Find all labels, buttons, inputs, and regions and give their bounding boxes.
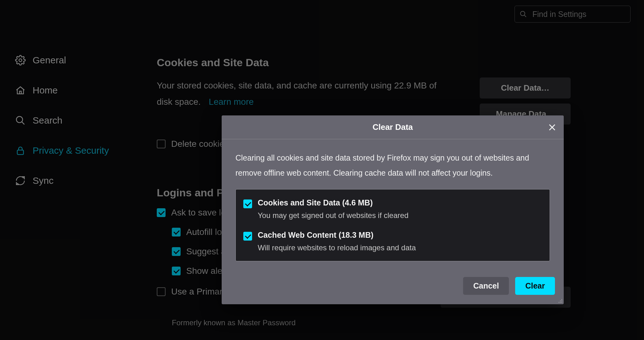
clear-button[interactable]: Clear: [515, 277, 555, 295]
clear-data-dialog: Clear Data Clearing all cookies and site…: [222, 115, 564, 304]
close-icon[interactable]: [547, 123, 557, 132]
cancel-button[interactable]: Cancel: [463, 277, 509, 295]
cookies-option-checkbox[interactable]: [243, 199, 252, 208]
dialog-option-cache: Cached Web Content (18.3 MB) Will requir…: [243, 231, 542, 252]
cache-option-checkbox[interactable]: [243, 232, 252, 241]
dialog-option-text: Cookies and Site Data (4.6 MB) You may g…: [258, 198, 409, 220]
dialog-option-cookies: Cookies and Site Data (4.6 MB) You may g…: [243, 198, 542, 220]
dialog-title: Clear Data: [372, 122, 413, 132]
dialog-header: Clear Data: [222, 115, 564, 139]
dialog-description: Clearing all cookies and site data store…: [235, 151, 550, 180]
cookies-option-title: Cookies and Site Data (4.6 MB): [258, 198, 409, 207]
dialog-options: Cookies and Site Data (4.6 MB) You may g…: [235, 189, 550, 261]
dialog-body: Clearing all cookies and site data store…: [222, 139, 564, 271]
cache-option-sub: Will require websites to reload images a…: [258, 243, 416, 252]
cache-option-title: Cached Web Content (18.3 MB): [258, 231, 416, 240]
cookies-option-sub: You may get signed out of websites if cl…: [258, 211, 409, 220]
dialog-option-text: Cached Web Content (18.3 MB) Will requir…: [258, 231, 416, 252]
dialog-footer: Cancel Clear: [222, 271, 564, 304]
